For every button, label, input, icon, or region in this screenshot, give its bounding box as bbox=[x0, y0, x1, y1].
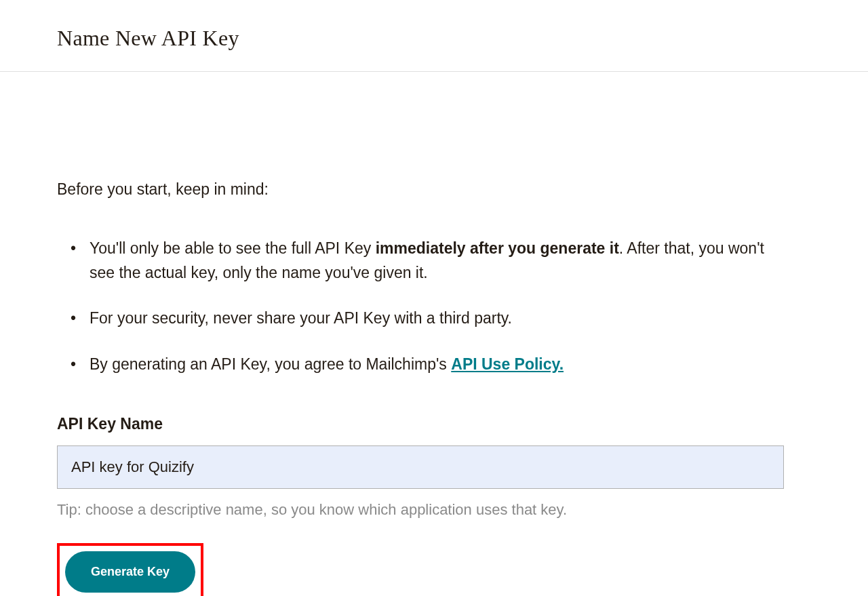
guidelines-list: You'll only be able to see the full API … bbox=[57, 237, 784, 377]
tip-text: Tip: choose a descriptive name, so you k… bbox=[57, 501, 784, 519]
api-key-name-label: API Key Name bbox=[57, 415, 784, 433]
guideline-item-visibility: You'll only be able to see the full API … bbox=[90, 237, 784, 285]
button-highlight-box: Generate Key bbox=[57, 543, 203, 596]
guideline-item-policy: By generating an API Key, you agree to M… bbox=[90, 353, 784, 377]
guideline-item-security: For your security, never share your API … bbox=[90, 306, 784, 331]
guideline-policy-pre: By generating an API Key, you agree to M… bbox=[90, 355, 451, 373]
intro-text: Before you start, keep in mind: bbox=[57, 180, 784, 199]
generate-key-button[interactable]: Generate Key bbox=[65, 551, 195, 593]
guideline-text-pre: You'll only be able to see the full API … bbox=[90, 239, 376, 257]
api-key-name-input[interactable] bbox=[57, 445, 784, 489]
guideline-text-bold: immediately after you generate it bbox=[376, 239, 619, 257]
main-content: Before you start, keep in mind: You'll o… bbox=[0, 72, 841, 596]
api-use-policy-link[interactable]: API Use Policy. bbox=[451, 355, 564, 373]
page-title: Name New API Key bbox=[57, 26, 868, 51]
page-header: Name New API Key bbox=[0, 0, 868, 72]
